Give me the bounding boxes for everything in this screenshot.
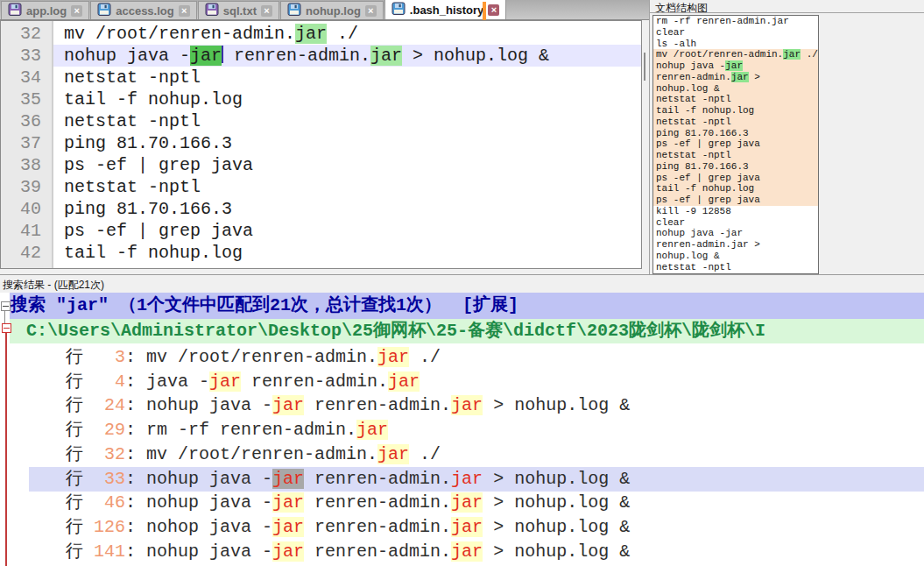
editor-line: 35tail -f nohup.log [1,88,641,110]
result-text: rm -rf renren-admin.jar [146,420,388,440]
close-icon[interactable]: × [179,5,190,17]
match-highlight: jar [377,347,409,367]
tab-access-log[interactable]: access.log× [90,1,197,19]
result-line-number: 46 [83,492,125,513]
close-icon[interactable]: × [365,5,377,17]
editor-line-number: 41 [1,220,41,242]
collapse-minus-icon-file[interactable] [2,323,11,333]
docmap-line[interactable]: ping 81.70.166.3 [653,128,818,139]
close-icon[interactable]: × [488,4,499,16]
search-result-row-line-32[interactable]: 行 32: mv /root/renren-admin.jar ./ [0,442,924,467]
tab-label: nohup.log [306,4,361,18]
docmap-line[interactable]: clear [653,27,818,39]
match-highlight: jar [451,469,483,489]
docmap-line[interactable]: kill -9 12858 [653,206,818,217]
search-results-panel-title: 搜索结果 - (匹配21次) [3,278,104,293]
match-highlight: jar [451,395,483,415]
docmap-line[interactable]: rm -rf renren-admin.jar [653,16,818,27]
panel-splitter[interactable] [0,274,924,275]
result-row-label: 行 [66,517,83,537]
match-highlight: jar [272,541,304,562]
docmap-caption-border [649,12,924,13]
docmap-line[interactable]: renren-admin.jar > [653,239,818,251]
docmap-line[interactable]: netstat -nptl [653,150,818,161]
editor-line-number: 38 [1,154,41,176]
tab-nohup-log[interactable]: nohup.log× [280,1,384,19]
match-highlight: jar [272,517,304,537]
match-highlight: jar [377,444,409,464]
document-map[interactable]: rm -rf renren-admin.jarclearls -alhmv /r… [652,15,819,274]
docmap-line[interactable]: ls -alh [653,39,818,50]
editor-code-text: nohup java -jar renren-admin.jar > nohup… [64,45,549,67]
panel-divider [649,0,650,275]
search-header-text[interactable]: 搜索 "jar" （1个文件中匹配到21次，总计查找1次） [扩展] [11,293,518,319]
result-line-number: 126 [83,517,125,537]
result-line-number: 4 [83,371,125,392]
tree-connector [4,311,5,324]
search-result-row-line-141[interactable]: 行 141: nohup java -jar renren-admin.jar … [0,540,924,564]
docmap-line[interactable]: ps -ef | grep java [653,195,818,206]
notepadpp-window: app.log× access.log× sql.txt× nohup.log×… [0,0,924,566]
editor-surface[interactable]: 32mv /root/renren-admin.jar ./33nohup ja… [0,20,642,269]
editor-line: 40ping 81.70.166.3 [1,198,641,220]
collapse-minus-icon[interactable] [1,301,11,311]
editor-line: 33nohup java -jar renren-admin.jar > noh… [1,45,641,67]
tab-app-log[interactable]: app.log× [1,1,89,19]
result-row-label: 行 [66,395,83,415]
search-result-row-line-3[interactable]: 行 3: mv /root/renren-admin.jar ./ [0,345,924,370]
match-highlight: jar [388,371,420,392]
result-text: java -jar renren-admin.jar [146,371,420,392]
result-line-number: 33 [83,469,125,489]
result-line-number: 32 [83,444,125,464]
text-caret [222,46,223,63]
docmap-line[interactable]: nohup java -jar [653,228,818,239]
docmap-line[interactable]: netstat -nptl [653,117,818,128]
docmap-line[interactable]: tail -f nohup.log [653,105,818,117]
search-file-path[interactable]: C:\Users\Administrator\Desktop\25御网杯\25-… [26,319,765,343]
docmap-line[interactable]: clear [653,217,818,229]
match-highlight: jar [451,517,483,537]
result-row-label: 行 [66,492,83,513]
close-icon[interactable]: × [71,5,82,17]
docmap-line[interactable]: mv /root/renren-admin.jar ./ [653,49,818,60]
match-highlight: jar [451,492,483,513]
docmap-line[interactable]: ps -ef | grep java [653,138,818,150]
editor-line-number: 36 [1,110,41,132]
floppy-icon-blue [97,3,111,19]
docmap-line[interactable]: tail -f nohup.log [653,183,818,195]
docmap-line[interactable]: ps -ef | grep java [653,173,818,184]
editor-line: 42tail -f nohup.log [1,242,641,264]
docmap-line[interactable]: netstat -nptl [653,94,818,105]
search-result-row-line-33[interactable]: 行 33: nohup java -jar renren-admin.jar >… [0,467,924,492]
tab-sql-txt[interactable]: sql.txt× [198,1,279,19]
tab-label: app.log [26,4,67,18]
match-highlight: jar [272,469,304,489]
docmap-line[interactable]: nohup.log & [653,83,818,95]
result-text: nohup java -jar renren-admin.jar > nohup… [146,541,630,562]
editor-line: 36netstat -nptl [1,110,641,132]
docmap-line[interactable]: renren-admin.jar > [653,72,818,83]
match-highlight: jar [725,60,743,71]
search-result-row-line-24[interactable]: 行 24: nohup java -jar renren-admin.jar >… [0,393,924,418]
match-highlight: jar [272,395,304,415]
result-text: nohup java -jar renren-admin.jar > nohup… [146,395,630,415]
floppy-icon-purple [205,3,219,19]
match-highlight: jar [356,420,388,440]
editor-code-text: netstat -nptl [64,110,201,132]
docmap-line[interactable]: nohup java -jar [653,60,818,72]
editor-code-text: ps -ef | grep java [64,154,253,176]
docmap-line[interactable]: nohup.log & [653,251,818,262]
editor-line: 32mv /root/renren-admin.jar ./ [1,23,641,45]
editor-scrollbar-thumb[interactable] [644,53,645,81]
search-result-row-line-4[interactable]: 行 4: java -jar renren-admin.jar [0,370,924,394]
search-result-row-line-126[interactable]: 行 126: nohop java -jar renren-admin.jar … [0,515,924,540]
tab-bash-history[interactable]: .bash_history× [384,0,507,19]
result-text: nohup java -jar renren-admin.jar > nohup… [146,469,630,489]
close-icon[interactable]: × [261,5,272,17]
search-result-row-line-29[interactable]: 行 29: rm -rf renren-admin.jar [0,418,924,442]
editor-code-text: ps -ef | grep java [64,220,253,242]
search-result-row-line-46[interactable]: 行 46: nohup java -jar renren-admin.jar >… [0,491,924,515]
docmap-line[interactable]: netstat -nptl [653,262,818,273]
editor-line-number: 33 [1,45,41,67]
docmap-line[interactable]: ping 81.70.166.3 [653,161,818,173]
